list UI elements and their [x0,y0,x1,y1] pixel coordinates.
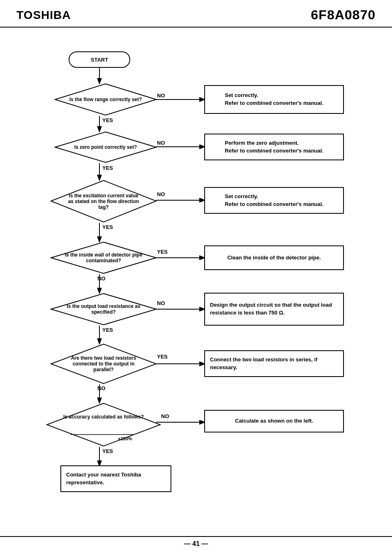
label-q3-no: NO [157,191,165,197]
action-a1: Set correctly.Refer to combined converte… [204,85,344,114]
decision-q3: Is the excitation current value as state… [50,180,157,223]
header: TOSHIBA 6F8A0870 [0,0,392,28]
doc-number: 6F8A0870 [311,7,376,23]
start-node: START [69,51,130,68]
label-q1-yes: YES [102,117,113,123]
action-a3: Set correctly.Refer to combined converte… [204,187,344,214]
label-q7-yes: YES [102,448,113,454]
decision-q6: Are there two load resistors connected t… [50,343,157,384]
flowchart: START Is the flow range correctly set? N… [28,40,364,537]
label-q2-yes: YES [102,165,113,171]
label-q6-yes: YES [157,354,168,360]
label-q3-yes: YES [102,224,113,230]
decision-q1: Is the flow range correctly set? [54,83,157,116]
decision-q2: Is zero point correctly set? [54,131,157,163]
label-q1-no: NO [157,92,165,99]
action-a7: Calculate as shown on the left. [204,410,344,432]
label-q7-no: NO [161,413,169,419]
label-q4-no: NO [97,275,106,282]
decision-q5: Is the output load resistance as specifi… [50,293,157,326]
label-q2-no: NO [157,140,165,146]
action-a5: Design the output circuit so that the ou… [204,293,344,326]
label-q5-no: NO [157,300,165,306]
toshiba-logo: TOSHIBA [16,9,71,22]
label-q6-no: NO [97,385,106,391]
label-q4-yes: YES [157,249,168,255]
end-node: Contact your nearest Toshiba representat… [60,465,171,492]
page-number: — 41 — [184,540,208,547]
label-q5-yes: YES [102,327,113,333]
action-a4: Clean the inside of the detector pipe. [204,245,344,270]
decision-q4: Is the inside wall of detector pipe cont… [50,241,157,274]
action-a2: Perform the zero adjustment.Refer to com… [204,134,344,160]
footer: — 41 — [0,536,392,548]
page: TOSHIBA 6F8A0870 [0,0,392,555]
decision-q7: Is accuracy calculated as follows? ×100% [46,402,161,447]
action-a6: Connect the two load resistors in series… [204,350,344,377]
